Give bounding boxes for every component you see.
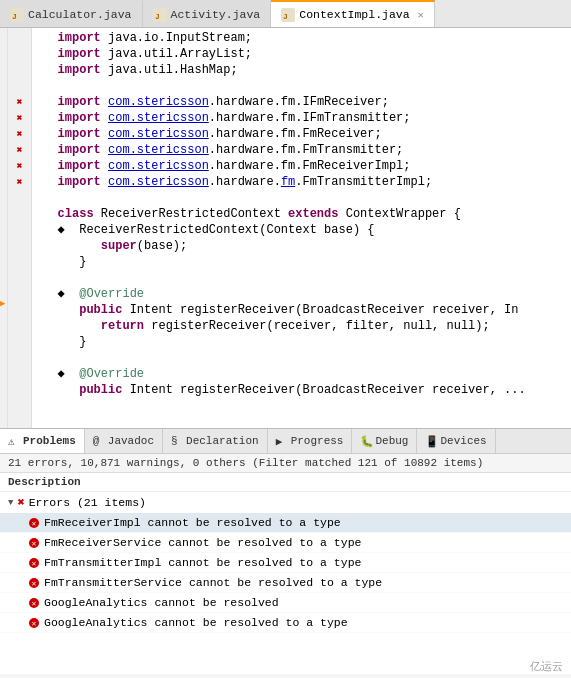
error-icon-6: ✕: [28, 617, 40, 629]
code-line-18: public Intent registerReceiver(Broadcast…: [36, 302, 567, 318]
code-line-21: [36, 350, 567, 366]
warning-arrow: ▶: [0, 298, 5, 309]
code-line-16: [36, 270, 567, 286]
gutter-line-16: [8, 270, 31, 286]
problem-text-3: FmTransmitterImpl cannot be resolved to …: [44, 556, 361, 569]
description-header: Description: [0, 473, 571, 492]
gutter-line-23: [8, 382, 31, 398]
gutter-line-18: [8, 302, 31, 318]
tab-declaration-label: Declaration: [186, 435, 259, 447]
gutter-error-4: ✖: [8, 142, 31, 158]
tab-contextimpl-label: ContextImpl.java: [299, 8, 409, 21]
gutter-error-2: ✖: [8, 110, 31, 126]
code-lines[interactable]: import java.io.InputStream; import java.…: [32, 28, 571, 428]
code-line-6: import com.stericsson.hardware.fm.IFmTra…: [36, 110, 567, 126]
javadoc-icon: @: [93, 435, 105, 447]
tab-activity[interactable]: J Activity.java: [143, 0, 272, 27]
java-icon: J: [10, 8, 24, 22]
gutter-error-1: ✖: [8, 94, 31, 110]
svg-text:✕: ✕: [32, 579, 37, 588]
gutter-line-15: [8, 254, 31, 270]
tab-declaration[interactable]: § Declaration: [163, 429, 268, 453]
gutter-line-13: [8, 222, 31, 238]
editor-tab-bar: J Calculator.java J Activity.java J Cont…: [0, 0, 571, 28]
problem-text-2: FmReceiverService cannot be resolved to …: [44, 536, 361, 549]
svg-text:✕: ✕: [32, 559, 37, 568]
svg-text:✕: ✕: [32, 619, 37, 628]
gutter-line-1: [8, 30, 31, 46]
error-icon-3: ✕: [28, 557, 40, 569]
tab-contextimpl[interactable]: J ContextImpl.java ✕: [271, 0, 434, 27]
problem-text-6: GoogleAnalytics cannot be resolved to a …: [44, 616, 348, 629]
gutter-line-21: [8, 350, 31, 366]
code-editor: ▶ ✖ ✖ ✖ ✖ ✖ ✖ import java.io.InputStream…: [0, 28, 571, 428]
code-line-10: import com.stericsson.hardware.fm.FmTran…: [36, 174, 567, 190]
errors-group-header[interactable]: ▼ ✖ Errors (21 items): [0, 492, 571, 513]
gutter-line-14: [8, 238, 31, 254]
java-icon-3: J: [281, 8, 295, 22]
problem-item-3[interactable]: ✕ FmTransmitterImpl cannot be resolved t…: [0, 553, 571, 573]
code-line-14: super(base);: [36, 238, 567, 254]
gutter-line-20: [8, 334, 31, 350]
tab-javadoc[interactable]: @ Javadoc: [85, 429, 163, 453]
tab-problems[interactable]: ⚠ Problems: [0, 429, 85, 453]
code-line-7: import com.stericsson.hardware.fm.FmRece…: [36, 126, 567, 142]
tab-calculator-label: Calculator.java: [28, 8, 132, 21]
code-line-23: public Intent registerReceiver(Broadcast…: [36, 382, 567, 398]
declaration-icon: §: [171, 435, 183, 447]
watermark: 亿运云: [530, 659, 563, 674]
gutter-line-17: [8, 286, 31, 302]
svg-text:✕: ✕: [32, 539, 37, 548]
code-line-13: ◆ ReceiverRestrictedContext(Context base…: [36, 222, 567, 238]
problem-item-4[interactable]: ✕ FmTransmitterService cannot be resolve…: [0, 573, 571, 593]
problem-item-6[interactable]: ✕ GoogleAnalytics cannot be resolved to …: [0, 613, 571, 633]
code-line-1: import java.io.InputStream;: [36, 30, 567, 46]
errors-group-label: Errors (21 items): [29, 496, 146, 509]
gutter-line-11: [8, 190, 31, 206]
problem-item-5[interactable]: ✕ GoogleAnalytics cannot be resolved: [0, 593, 571, 613]
svg-text:J: J: [155, 12, 160, 21]
problem-text-5: GoogleAnalytics cannot be resolved: [44, 596, 279, 609]
problem-item-1[interactable]: ✕ FmReceiverImpl cannot be resolved to a…: [0, 513, 571, 533]
devices-icon: 📱: [425, 435, 437, 447]
tab-debug[interactable]: 🐛 Debug: [352, 429, 417, 453]
code-line-9: import com.stericsson.hardware.fm.FmRece…: [36, 158, 567, 174]
tab-progress-label: Progress: [291, 435, 344, 447]
gutter-error-3: ✖: [8, 126, 31, 142]
gutter-line-4: [8, 78, 31, 94]
tab-activity-label: Activity.java: [171, 8, 261, 21]
problems-panel: 21 errors, 10,871 warnings, 0 others (Fi…: [0, 454, 571, 674]
svg-text:✕: ✕: [32, 519, 37, 528]
code-line-8: import com.stericsson.hardware.fm.FmTran…: [36, 142, 567, 158]
code-line-17: ◆ @Override: [36, 286, 567, 302]
gutter-line-19: [8, 318, 31, 334]
gutter-error-5: ✖: [8, 158, 31, 174]
code-line-11: [36, 190, 567, 206]
gutter-error-6: ✖: [8, 174, 31, 190]
tab-calculator[interactable]: J Calculator.java: [0, 0, 143, 27]
svg-text:J: J: [283, 12, 288, 21]
problem-item-2[interactable]: ✕ FmReceiverService cannot be resolved t…: [0, 533, 571, 553]
tab-debug-label: Debug: [375, 435, 408, 447]
code-line-12: class ReceiverRestrictedContext extends …: [36, 206, 567, 222]
error-icon-4: ✕: [28, 577, 40, 589]
problem-text-1: FmReceiverImpl cannot be resolved to a t…: [44, 516, 341, 529]
expand-icon: ▼: [8, 498, 13, 508]
code-line-4: [36, 78, 567, 94]
gutter-line-3: [8, 62, 31, 78]
problems-icon: ⚠: [8, 435, 20, 447]
code-line-19: return registerReceiver(receiver, filter…: [36, 318, 567, 334]
code-line-20: }: [36, 334, 567, 350]
java-icon-2: J: [153, 8, 167, 22]
error-group-icon: ✖: [17, 495, 24, 510]
tab-devices[interactable]: 📱 Devices: [417, 429, 495, 453]
code-gutter: ✖ ✖ ✖ ✖ ✖ ✖: [8, 28, 32, 428]
tab-devices-label: Devices: [440, 435, 486, 447]
svg-text:J: J: [12, 12, 17, 21]
tab-progress[interactable]: ▶ Progress: [268, 429, 353, 453]
close-icon[interactable]: ✕: [418, 9, 424, 21]
problem-text-4: FmTransmitterService cannot be resolved …: [44, 576, 382, 589]
error-icon-5: ✕: [28, 597, 40, 609]
problems-list: ▼ ✖ Errors (21 items) ✕ FmReceiverImpl c…: [0, 492, 571, 633]
left-margin: ▶: [0, 28, 8, 428]
